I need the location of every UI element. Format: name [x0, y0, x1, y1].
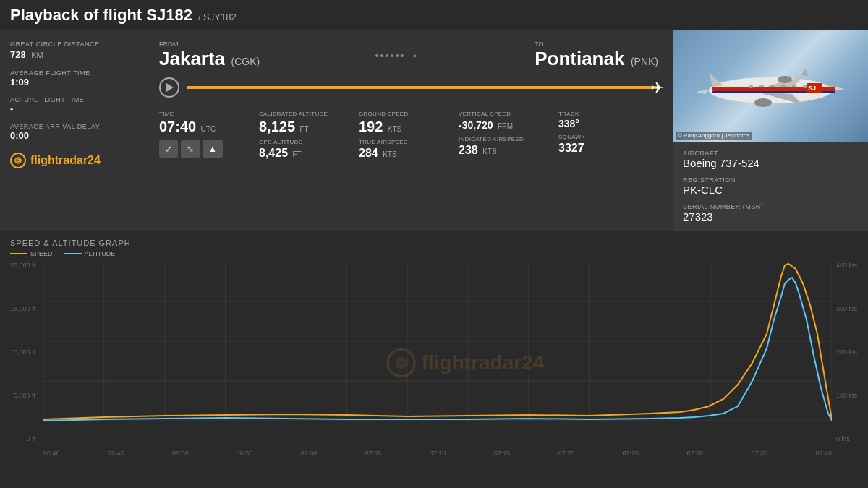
svg-rect-8	[770, 85, 775, 87]
dot	[386, 54, 388, 57]
aircraft-illustration: SJ	[691, 51, 850, 123]
y-label-400kts: 400 kts	[836, 262, 857, 269]
msn-value: 27323	[683, 210, 858, 223]
y-label-100kts: 100 kts	[836, 392, 857, 399]
progress-bar[interactable]: ✈	[187, 86, 658, 89]
flight-data-grid: TIME 07:40 UTC ⤢ ⤡ ▲ CALIBRATED ALTITUDE	[159, 108, 658, 163]
dot	[396, 54, 399, 57]
avg-flight-value: 1:09	[10, 77, 135, 87]
fr24-logo-icon	[10, 153, 26, 168]
page-title: Playback of flight SJ182	[10, 6, 192, 25]
x-label-0655: 06:55	[237, 450, 253, 457]
vert-speed-value: -30,720	[459, 119, 493, 131]
dot	[380, 54, 383, 57]
aircraft-type-block: AIRCRAFT Boeing 737-524	[683, 150, 858, 169]
photo-credit: © Panji Anggoro | Jetphotos	[676, 132, 752, 140]
route-dots	[375, 54, 404, 57]
iata-code: / SJY182	[198, 12, 237, 22]
title-bar: Playback of flight SJ182 / SJY182	[0, 0, 868, 30]
registration-value: PK-CLC	[683, 184, 858, 196]
gcd-stat: GREAT CIRCLE DISTANCE 728 KM	[10, 40, 135, 61]
actual-flight-stat: ACTUAL FLIGHT TIME -	[10, 96, 135, 114]
route-row: FROM Jakarta (CGK) →	[159, 40, 658, 70]
speed-legend: SPEED	[10, 250, 53, 257]
svg-rect-7	[760, 85, 764, 87]
to-city: Pontianak	[535, 48, 624, 69]
x-label-0735: 07:35	[751, 450, 767, 457]
y-label-0kts: 0 kts	[836, 435, 850, 442]
aircraft-photo: SJ © Panji Anggoro | Jetphotos	[673, 30, 868, 142]
cal-alt-value-row: 8,125 FT	[259, 119, 359, 134]
chart-svg	[43, 262, 832, 421]
graph-section: SPEED & ALTITUDE GRAPH SPEED ALTITUDE fl…	[0, 231, 868, 488]
msn-label: SERIAL NUMBER (MSN)	[683, 203, 858, 210]
progress-fill	[187, 86, 658, 89]
center-flight-panel: FROM Jakarta (CGK) →	[145, 30, 673, 231]
to-code: (PNK)	[631, 56, 658, 67]
left-stats-panel: GREAT CIRCLE DISTANCE 728 KM AVERAGE FLI…	[0, 30, 145, 231]
x-label-0725: 07:25	[623, 450, 639, 457]
fr24-logo-text: flightradar24	[30, 154, 101, 167]
expand-button[interactable]: ⤢	[159, 140, 178, 158]
avg-delay-stat: AVERAGE ARRIVAL DELAY 0:00	[10, 123, 135, 141]
y-label-15k: 15,000 ft	[10, 305, 35, 312]
play-icon	[166, 83, 174, 92]
fr24-logo: flightradar24	[10, 153, 135, 168]
photo-bg: SJ	[673, 30, 868, 142]
x-label-0710: 07:10	[430, 450, 446, 457]
arrival-info: TO Pontianak (PNK)	[535, 40, 658, 70]
path-button[interactable]: ⤡	[181, 140, 200, 158]
avg-delay-label: AVERAGE ARRIVAL DELAY	[10, 123, 135, 130]
svg-point-2	[18, 160, 19, 161]
actual-flight-value: -	[10, 103, 135, 114]
play-button[interactable]	[159, 77, 179, 98]
registration-label: REGISTRATION	[683, 176, 858, 184]
y-label-5k: 5,000 ft	[14, 392, 35, 399]
avg-flight-label: AVERAGE FLIGHT TIME	[10, 69, 135, 77]
from-code: (CGK)	[231, 56, 260, 67]
progress-row: ✈	[159, 77, 658, 98]
y-axis-right: 400 kts 300 kts 200 kts 100 kts 0 kts	[833, 262, 868, 442]
main-info-row: GREAT CIRCLE DISTANCE 728 KM AVERAGE FLI…	[0, 30, 868, 231]
aircraft-type-label: AIRCRAFT	[683, 150, 858, 157]
aircraft-type-value: Boeing 737-524	[683, 157, 858, 169]
controls-row: ⤢ ⤡ ▲	[159, 140, 259, 158]
gps-alt-value: 8,425	[259, 147, 288, 159]
true-as-row: 284 KTS	[359, 147, 459, 160]
aircraft-details: AIRCRAFT Boeing 737-524 REGISTRATION PK-…	[673, 142, 868, 230]
ind-as-sub: INDICATED AIRSPEED 238 KTS	[459, 136, 558, 157]
y-label-0: 0 ft	[26, 435, 35, 442]
y-label-200kts: 200 kts	[836, 348, 857, 356]
speed-legend-label: SPEED	[30, 250, 53, 257]
progress-plane-icon: ✈	[651, 79, 664, 98]
x-label-0650: 06:50	[172, 450, 189, 457]
ground-speed-value-row: 192 KTS	[359, 119, 459, 134]
x-axis: 06:40 06:45 06:50 06:55 07:00 07:05 07:1…	[43, 450, 832, 464]
gps-alt-sub: GPS ALTITUDE 8,425 FT	[259, 139, 359, 160]
chart-button[interactable]: ▲	[203, 140, 223, 158]
x-label-0705: 07:05	[365, 450, 382, 457]
y-axis-left: 20,000 ft 15,000 ft 10,000 ft 5,000 ft 0…	[0, 262, 40, 442]
altitude-legend-line	[64, 253, 82, 254]
svg-point-13	[778, 76, 792, 83]
y-label-20k: 20,000 ft	[10, 262, 35, 269]
x-label-0720: 07:20	[558, 450, 575, 457]
altitude-line	[43, 278, 832, 421]
departure-info: FROM Jakarta (CGK)	[159, 40, 260, 70]
cal-alt-value: 8,125	[259, 119, 295, 134]
cal-alt-cell: CALIBRATED ALTITUDE 8,125 FT GPS ALTITUD…	[259, 108, 359, 163]
ground-speed-cell: GROUND SPEED 192 KTS TRUE AIRSPEED 284 K…	[359, 108, 459, 163]
x-label-0730: 07:30	[687, 450, 704, 457]
ind-as-row: 238 KTS	[459, 144, 558, 157]
actual-flight-label: ACTUAL FLIGHT TIME	[10, 96, 135, 103]
dot	[375, 54, 378, 57]
x-label-0640: 06:40	[43, 450, 60, 457]
to-city-row: Pontianak (PNK)	[535, 48, 658, 70]
graph-area: flightradar24 20,000 ft 15,000 ft 10,000…	[0, 262, 868, 464]
y-label-300kts: 300 kts	[836, 305, 857, 312]
track-value: 338°	[558, 119, 658, 129]
graph-title: SPEED & ALTITUDE GRAPH	[0, 239, 868, 247]
squawk-value: 3327	[558, 142, 658, 155]
time-value: 07:40	[159, 119, 196, 134]
vert-speed-value-row: -30,720 FPM	[459, 119, 558, 132]
